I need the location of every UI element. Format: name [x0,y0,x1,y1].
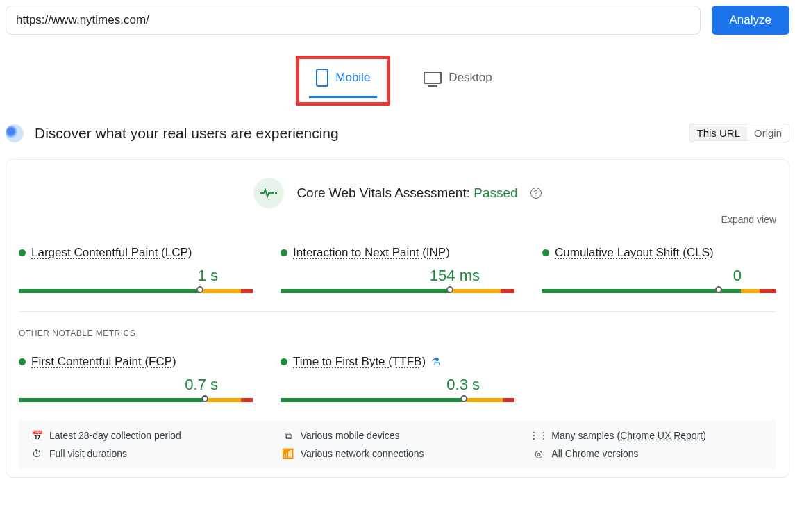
footer-period: Latest 28-day collection period [49,430,181,441]
metric-title-cls[interactable]: Cumulative Layout Shift (CLS) [555,246,714,260]
devices-icon: ⧉ [283,430,294,441]
metric-title-ttfb[interactable]: Time to First Byte (TTFB) [293,355,426,369]
metric-value-lcp: 1 s [19,267,253,285]
desktop-icon [424,72,442,84]
other-metrics-label: OTHER NOTABLE METRICS [19,329,776,338]
status-dot-icon [19,249,26,256]
mobile-icon [316,69,328,87]
tab-desktop-label: Desktop [449,71,492,85]
discover-icon [6,124,24,142]
metric-bar-cls [542,289,776,293]
timer-icon: ⏱ [31,448,42,459]
metric-title-inp[interactable]: Interaction to Next Paint (INP) [293,246,450,260]
metric-title-fcp[interactable]: First Contentful Paint (FCP) [31,355,176,369]
metric-title-lcp[interactable]: Largest Contentful Paint (LCP) [31,246,192,260]
metric-value-inp: 154 ms [281,267,514,285]
metric-fcp: First Contentful Paint (FCP) 0.7 s [19,355,253,402]
calendar-icon: 📅 [31,430,42,441]
expand-view-link[interactable]: Expand view [19,214,776,225]
assessment-label: Core Web Vitals Assessment: Passed [296,185,517,201]
tab-mobile[interactable]: Mobile [309,65,377,97]
footer-samples: Many samples (Chrome UX Report) [551,430,706,441]
metric-value-cls: 0 [542,267,776,285]
metric-bar-lcp [19,289,253,293]
status-dot-icon [281,358,287,365]
footer-info: 📅Latest 28-day collection period ⧉Variou… [19,420,776,469]
help-icon[interactable]: ? [530,188,542,199]
results-card: Core Web Vitals Assessment: Passed ? Exp… [6,159,789,478]
footer-devices: Various mobile devices [301,430,400,441]
toggle-origin[interactable]: Origin [747,124,789,142]
mobile-tab-highlight: Mobile [296,56,390,106]
metric-value-fcp: 0.7 s [19,376,253,394]
pulse-icon [253,178,284,208]
chrome-ux-link[interactable]: Chrome UX Report [620,430,703,441]
flask-icon: ⚗ [431,356,440,368]
assessment-status: Passed [474,185,517,200]
footer-network: Various network connections [301,448,424,459]
metric-cls: Cumulative Layout Shift (CLS) 0 [542,246,776,293]
tab-desktop[interactable]: Desktop [417,67,499,94]
page-title: Discover what your real users are experi… [35,125,678,142]
metric-bar-fcp [19,398,253,402]
status-dot-icon [19,358,26,365]
analyze-button[interactable]: Analyze [712,6,789,35]
metric-value-ttfb: 0.3 s [281,376,514,394]
footer-versions: All Chrome versions [551,448,638,459]
metric-lcp: Largest Contentful Paint (LCP) 1 s [19,246,253,293]
status-dot-icon [542,249,549,256]
scope-toggle: This URL Origin [689,124,789,142]
tab-mobile-label: Mobile [335,71,370,85]
svg-rect-1 [275,192,277,194]
metric-ttfb: Time to First Byte (TTFB) ⚗ 0.3 s [281,355,514,402]
url-input[interactable] [6,6,701,35]
metric-inp: Interaction to Next Paint (INP) 154 ms [281,246,514,293]
svg-point-0 [271,192,274,194]
toggle-this-url[interactable]: This URL [689,124,747,142]
metric-bar-ttfb [281,398,514,402]
samples-icon: ⋮⋮ [533,430,544,441]
footer-durations: Full visit durations [49,448,127,459]
metric-bar-inp [281,289,514,293]
status-dot-icon [281,249,287,256]
network-icon: 📶 [283,448,294,459]
chrome-icon: ◎ [533,448,544,459]
